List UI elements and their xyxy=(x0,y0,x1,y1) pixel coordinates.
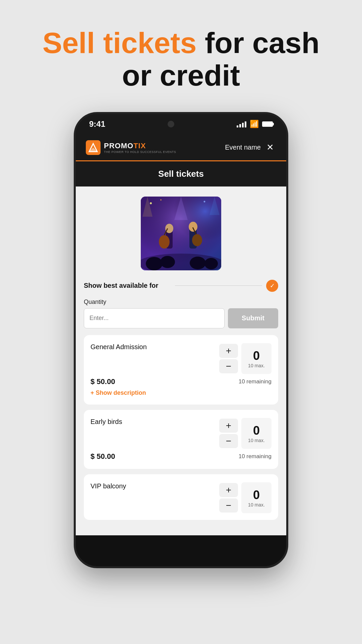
stepper-plus-vip[interactable]: + xyxy=(219,483,238,497)
logo-tagline: THE POWER TO HOLD SUCCESSFUL EVENTS xyxy=(104,150,176,154)
quantity-num-vip: 0 xyxy=(253,488,260,502)
quantity-num-eb: 0 xyxy=(253,424,260,438)
status-icons: 📶 xyxy=(237,120,273,128)
hero-orange-text: Sell tickets xyxy=(43,26,197,59)
page-title-bar: Sell tickets xyxy=(86,161,276,186)
hero-section: Sell tickets for cash or credit xyxy=(0,0,362,112)
quantity-max-ga: 10 max. xyxy=(248,363,265,368)
event-name-label: Event name xyxy=(225,144,261,151)
quantity-section: Quantity Submit xyxy=(84,299,278,328)
stepper-minus-vip[interactable]: − xyxy=(219,498,238,513)
ticket-name-ga: General Admission xyxy=(90,343,147,351)
quantity-box-vip: 0 10 max. xyxy=(241,482,272,513)
svg-point-13 xyxy=(159,235,170,249)
logo-name-white: PROMO xyxy=(104,142,133,150)
stepper-vip: + − xyxy=(219,483,238,513)
battery-icon xyxy=(262,121,273,127)
submit-button[interactable]: Submit xyxy=(228,308,278,328)
best-available-label: Show best available for xyxy=(84,282,171,289)
hero-line2: or credit xyxy=(122,59,240,92)
signal-icon xyxy=(237,121,246,127)
stepper-minus-ga[interactable]: − xyxy=(219,359,238,373)
stepper-plus-ga[interactable]: + xyxy=(219,344,238,358)
best-available-line xyxy=(175,285,262,286)
ticket-remaining-ga: 10 remaining xyxy=(239,378,272,385)
stepper-eb: + − xyxy=(219,419,238,448)
quantity-max-vip: 10 max. xyxy=(248,502,265,507)
logo-area: PROMOTIX THE POWER TO HOLD SUCCESSFUL EV… xyxy=(86,140,176,155)
svg-point-7 xyxy=(146,257,163,270)
svg-point-22 xyxy=(150,202,152,204)
svg-point-10 xyxy=(204,258,218,269)
quantity-max-eb: 10 max. xyxy=(248,438,265,443)
ticket-footer-ga: $ 50.00 10 remaining xyxy=(90,377,272,386)
promotix-logo-icon xyxy=(86,140,101,155)
header-right: Event name ✕ xyxy=(225,142,276,154)
quantity-row: Submit xyxy=(84,308,278,328)
quantity-label: Quantity xyxy=(84,299,278,306)
logo-name-orange: TIX xyxy=(133,142,146,150)
ticket-footer-eb: $ 50.00 10 remaining xyxy=(90,452,272,461)
quantity-num-ga: 0 xyxy=(253,349,260,363)
app-header: PROMOTIX THE POWER TO HOLD SUCCESSFUL EV… xyxy=(76,134,286,186)
svg-point-24 xyxy=(160,199,162,201)
page-title: Sell tickets xyxy=(158,169,204,179)
ticket-card-early-birds: Early birds + − 0 10 max. xyxy=(84,410,278,469)
phone-mockup-wrap: 9:41 📶 xyxy=(0,112,362,588)
quantity-box-eb: 0 10 max. xyxy=(241,418,272,449)
stepper-minus-eb[interactable]: − xyxy=(219,434,238,448)
quantity-input[interactable] xyxy=(84,308,225,328)
ticket-name-eb: Early birds xyxy=(90,418,122,426)
best-available-row: Show best available for ✓ xyxy=(84,280,278,292)
ticket-controls-eb: + − 0 10 max. xyxy=(219,418,272,449)
svg-point-17 xyxy=(192,234,202,246)
ticket-card-vip: VIP balcony + − 0 10 max. xyxy=(84,474,278,520)
event-image-wrap xyxy=(84,197,278,270)
hero-headline: Sell tickets for cash or credit xyxy=(20,27,342,92)
wifi-icon: 📶 xyxy=(250,120,259,128)
hero-black-text: for cash xyxy=(197,26,320,59)
ticket-price-ga: $ 50.00 xyxy=(90,377,115,386)
stepper-plus-eb[interactable]: + xyxy=(219,419,238,433)
camera-notch xyxy=(168,121,174,127)
svg-point-8 xyxy=(160,256,175,268)
svg-point-23 xyxy=(204,201,205,202)
quantity-box-ga: 0 10 max. xyxy=(241,343,272,374)
close-button[interactable]: ✕ xyxy=(264,142,276,154)
ticket-header-ga: General Admission + − 0 10 max. xyxy=(90,343,272,374)
ticket-controls-vip: + − 0 10 max. xyxy=(219,482,272,513)
check-icon: ✓ xyxy=(270,282,275,289)
ticket-header-vip: VIP balcony + − 0 10 max. xyxy=(90,482,272,513)
ticket-header-eb: Early birds + − 0 10 max. xyxy=(90,418,272,449)
concert-scene-svg xyxy=(141,197,221,270)
ticket-price-eb: $ 50.00 xyxy=(90,452,115,461)
ticket-list: General Admission + − 0 10 max. xyxy=(84,335,278,520)
svg-point-16 xyxy=(189,222,197,232)
ticket-controls-ga: + − 0 10 max. xyxy=(219,343,272,374)
ticket-name-vip: VIP balcony xyxy=(90,482,126,490)
header-top-row: PROMOTIX THE POWER TO HOLD SUCCESSFUL EV… xyxy=(86,140,276,160)
check-circle-icon[interactable]: ✓ xyxy=(266,280,278,292)
svg-point-9 xyxy=(190,257,206,269)
stepper-ga: + − xyxy=(219,344,238,373)
status-bar: 9:41 📶 xyxy=(76,114,286,134)
main-content: Show best available for ✓ Quantity Submi… xyxy=(76,186,286,535)
logo-name: PROMOTIX xyxy=(104,142,176,150)
phone-frame: 9:41 📶 xyxy=(74,112,288,568)
event-image xyxy=(141,197,221,270)
ticket-remaining-eb: 10 remaining xyxy=(239,453,272,460)
ticket-card-general-admission: General Admission + − 0 10 max. xyxy=(84,335,278,405)
logo-text: PROMOTIX THE POWER TO HOLD SUCCESSFUL EV… xyxy=(104,142,176,154)
status-time: 9:41 xyxy=(89,119,105,129)
show-description-ga[interactable]: + Show description xyxy=(90,389,146,396)
